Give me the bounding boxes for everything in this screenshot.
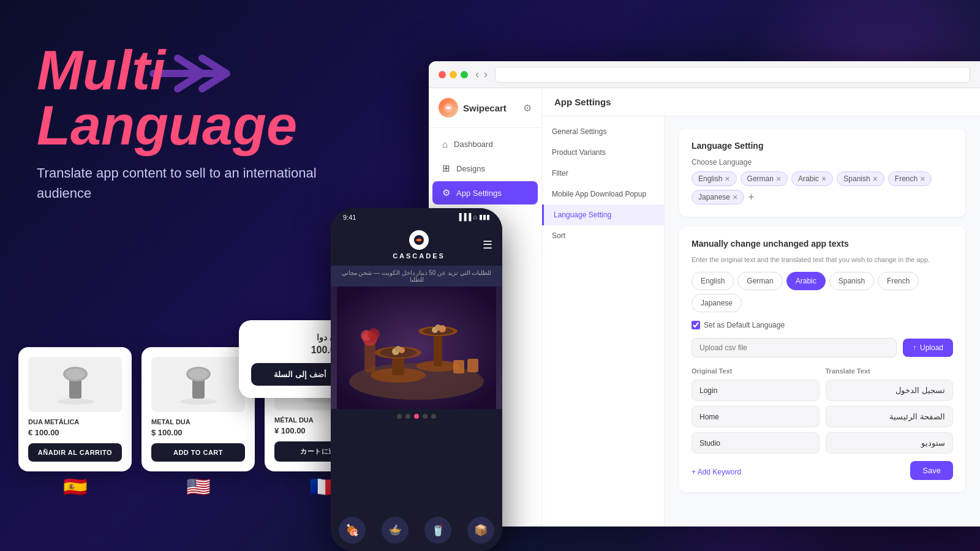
settings-nav-variants[interactable]: Product Variants: [542, 142, 664, 163]
lang-tag-arabic-label: Arabic: [798, 174, 819, 183]
add-keyword-button[interactable]: + Add Keyword: [692, 468, 741, 476]
original-text-2[interactable]: [692, 432, 820, 454]
translation-header: Original Text Translate Text: [692, 367, 953, 375]
upload-csv-row: ↑ Upload: [692, 338, 953, 358]
product-price-english: $ 100.00: [151, 428, 245, 437]
browser-url-bar[interactable]: [495, 67, 970, 83]
lang-tag-german-label: German: [747, 174, 774, 183]
translated-text-1[interactable]: [826, 406, 954, 427]
settings-nav-general[interactable]: General Settings: [542, 121, 664, 142]
brand-logo-icon: [439, 98, 458, 118]
sidebar-brand: Swipecart ⚙: [429, 98, 541, 128]
svg-point-3: [66, 369, 85, 380]
choose-language-label: Choose Language: [692, 158, 953, 167]
sidebar-item-app-settings[interactable]: ⚙ App Settings: [432, 181, 538, 204]
translated-text-2[interactable]: [826, 432, 954, 454]
lang-tag-spanish-remove[interactable]: ×: [873, 174, 878, 183]
lang-tag-arabic-remove[interactable]: ×: [821, 174, 826, 183]
product-image-english: [151, 357, 245, 412]
phone-signal: ▐▐▐ ⌂ ▮▮▮: [457, 213, 490, 221]
lang-buttons-row: English German Arabic Spanish French Jap…: [692, 272, 953, 312]
settings-nav-download-popup[interactable]: Mobile App Download Popup: [542, 184, 664, 204]
browser-back-button[interactable]: ‹: [475, 68, 479, 81]
lang-tag-german-remove[interactable]: ×: [776, 174, 781, 183]
default-language-row: Set as Default Language: [692, 321, 953, 329]
sidebar-label-dashboard: Dashboard: [454, 140, 493, 149]
svg-rect-33: [453, 360, 464, 373]
hero-title-line1: Multi: [37, 43, 343, 98]
product-price-spanish: € 100.00: [28, 428, 122, 437]
phone-logo-icon: [409, 230, 429, 250]
phone-brand-text: CASCADES: [393, 252, 445, 260]
lang-tag-french-label: French: [895, 174, 918, 183]
brand-name-label: Swipecart: [463, 103, 507, 113]
lang-tag-french-remove[interactable]: ×: [920, 174, 925, 183]
upload-csv-button[interactable]: ↑ Upload: [903, 339, 953, 357]
settings-panel: Language Setting Choose Language English…: [665, 116, 980, 527]
maximize-window-button[interactable]: [461, 71, 468, 78]
add-language-button[interactable]: +: [748, 191, 755, 204]
language-tags: English × German × Arabic ×: [692, 171, 953, 204]
phone-screen: 9:41 ▐▐▐ ⌂ ▮▮▮ CASCADES ☰ للطلبات التي ت…: [331, 208, 502, 551]
dot-2-active: [414, 414, 419, 419]
product-image-spanish: [28, 357, 122, 412]
lang-tag-english-label: English: [698, 174, 722, 183]
product-card-english: METAL DUA $ 100.00 ADD TO CART: [141, 347, 255, 471]
translated-text-0[interactable]: [826, 380, 954, 401]
sidebar-item-designs[interactable]: ⊞ Designs: [432, 157, 538, 180]
close-window-button[interactable]: [439, 71, 446, 78]
add-to-cart-spanish[interactable]: AÑADIR AL CARRITO: [28, 443, 122, 462]
save-button[interactable]: Save: [910, 461, 953, 480]
dot-0: [397, 414, 402, 419]
lang-btn-german[interactable]: German: [737, 272, 782, 290]
browser-forward-button[interactable]: ›: [484, 68, 488, 81]
lang-btn-english[interactable]: English: [692, 272, 734, 290]
browser-window-controls: [439, 71, 468, 78]
upload-csv-input[interactable]: [692, 338, 897, 358]
original-text-0[interactable]: [692, 380, 820, 401]
translation-row-0: [692, 380, 953, 401]
translate-text-header: Translate Text: [826, 367, 954, 375]
lang-tag-arabic: Arabic ×: [791, 171, 833, 186]
phone-menu-icon[interactable]: ☰: [483, 238, 492, 252]
hero-section: Multi Language Translate app content to …: [37, 43, 343, 203]
brand-gear-icon[interactable]: ⚙: [523, 102, 532, 114]
svg-point-4: [180, 399, 217, 405]
language-setting-section: Language Setting Choose Language English…: [679, 129, 965, 217]
lang-tag-english-remove[interactable]: ×: [725, 174, 729, 183]
translation-row-1: [692, 406, 953, 427]
settings-nav-language[interactable]: Language Setting: [542, 204, 664, 225]
minimize-window-button[interactable]: [450, 71, 457, 78]
original-text-1[interactable]: [692, 406, 820, 427]
add-to-cart-english[interactable]: ADD TO CART: [151, 443, 245, 462]
lang-tag-japanese-remove[interactable]: ×: [733, 193, 737, 201]
phone-nav-grill[interactable]: 🍖: [339, 517, 366, 544]
browser-bar: ‹ ›: [429, 61, 980, 88]
manually-change-subtitle: Enter the original text and the translat…: [692, 256, 953, 263]
content-area: General Settings Product Variants Filter…: [542, 116, 980, 527]
hero-subtitle: Translate app content to sell to an inte…: [37, 163, 343, 203]
lang-btn-french[interactable]: French: [878, 272, 919, 290]
default-language-checkbox[interactable]: [692, 321, 700, 329]
lang-btn-japanese[interactable]: Japanese: [692, 294, 742, 312]
upload-icon: ↑: [913, 343, 916, 352]
lang-tag-spanish-label: Spanish: [843, 174, 870, 183]
product-name-spanish: DUA METÁLICA: [28, 418, 122, 425]
settings-nav-sort[interactable]: Sort: [542, 225, 664, 246]
phone-nav-fire[interactable]: 🍲: [382, 517, 409, 544]
phone-nav-box[interactable]: 📦: [467, 517, 494, 544]
lang-btn-arabic[interactable]: Arabic: [786, 272, 826, 290]
settings-nav-filter[interactable]: Filter: [542, 163, 664, 184]
translation-row-2: [692, 432, 953, 454]
phone-nav-drink[interactable]: 🥤: [424, 517, 451, 544]
lang-btn-spanish[interactable]: Spanish: [829, 272, 874, 290]
svg-point-28: [435, 324, 441, 331]
upload-button-label: Upload: [920, 343, 943, 352]
sidebar-item-dashboard[interactable]: ⌂ Dashboard: [432, 133, 538, 156]
manually-change-title: Manually change unchanged app texts: [692, 239, 953, 249]
browser-nav: ‹ ›: [475, 68, 488, 81]
svg-point-0: [57, 399, 94, 405]
phone-nav-bar: 🍖 🍲 🥤 📦: [331, 509, 502, 551]
svg-rect-34: [467, 359, 478, 372]
lang-tag-english: English ×: [692, 171, 737, 186]
